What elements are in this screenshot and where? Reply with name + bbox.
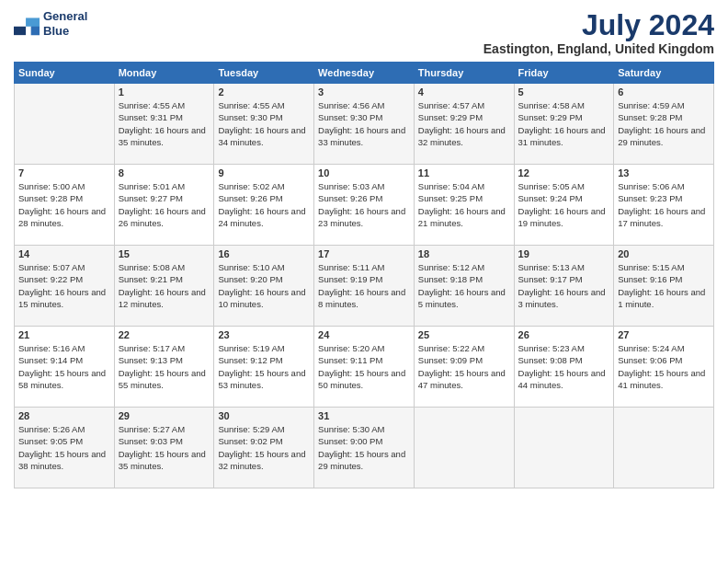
- logo: General Blue: [14, 9, 87, 38]
- day-number: 8: [119, 167, 210, 178]
- day-number: 10: [318, 167, 410, 178]
- day-info: Sunrise: 5:22 AMSunset: 9:09 PMDaylight:…: [418, 342, 510, 391]
- title-block: July 2024 Eastington, England, United Ki…: [483, 9, 714, 56]
- calendar-cell: 2Sunrise: 4:55 AMSunset: 9:30 PMDaylight…: [214, 84, 314, 165]
- day-number: 13: [618, 167, 710, 178]
- day-header-sunday: Sunday: [15, 63, 115, 84]
- day-info: Sunrise: 5:15 AMSunset: 9:16 PMDaylight:…: [618, 261, 710, 310]
- day-number: 3: [318, 86, 410, 98]
- day-number: 4: [418, 86, 510, 98]
- day-info: Sunrise: 5:29 AMSunset: 9:02 PMDaylight:…: [218, 423, 310, 472]
- day-header-monday: Monday: [114, 63, 214, 84]
- day-info: Sunrise: 5:23 AMSunset: 9:08 PMDaylight:…: [518, 342, 610, 391]
- week-row-3: 21Sunrise: 5:16 AMSunset: 9:14 PMDayligh…: [15, 327, 714, 408]
- day-number: 1: [119, 86, 210, 98]
- calendar-cell: 31Sunrise: 5:30 AMSunset: 9:00 PMDayligh…: [314, 408, 415, 488]
- calendar-cell: 1Sunrise: 4:55 AMSunset: 9:31 PMDaylight…: [114, 84, 214, 165]
- logo-icon: [14, 11, 40, 37]
- day-number: 21: [18, 329, 110, 340]
- day-header-tuesday: Tuesday: [214, 63, 314, 84]
- day-info: Sunrise: 5:05 AMSunset: 9:24 PMDaylight:…: [518, 180, 610, 229]
- day-number: 2: [218, 86, 310, 98]
- calendar-cell: 19Sunrise: 5:13 AMSunset: 9:17 PMDayligh…: [514, 246, 614, 327]
- week-row-1: 7Sunrise: 5:00 AMSunset: 9:28 PMDaylight…: [15, 165, 714, 246]
- day-info: Sunrise: 4:59 AMSunset: 9:28 PMDaylight:…: [618, 99, 710, 148]
- calendar-cell: 4Sunrise: 4:57 AMSunset: 9:29 PMDaylight…: [414, 84, 514, 165]
- day-info: Sunrise: 5:10 AMSunset: 9:20 PMDaylight:…: [218, 261, 310, 310]
- page: General Blue July 2024 Eastington, Engla…: [0, 0, 728, 563]
- calendar-cell: [414, 408, 514, 488]
- day-number: 23: [218, 329, 310, 340]
- header-row: SundayMondayTuesdayWednesdayThursdayFrid…: [15, 63, 714, 84]
- header: General Blue July 2024 Eastington, Engla…: [14, 9, 714, 56]
- logo-text: General Blue: [43, 9, 87, 38]
- day-number: 15: [119, 248, 210, 259]
- day-info: Sunrise: 4:56 AMSunset: 9:30 PMDaylight:…: [318, 99, 410, 148]
- calendar-cell: 10Sunrise: 5:03 AMSunset: 9:26 PMDayligh…: [314, 165, 415, 246]
- day-number: 29: [119, 410, 210, 421]
- calendar-cell: 8Sunrise: 5:01 AMSunset: 9:27 PMDaylight…: [114, 165, 214, 246]
- day-info: Sunrise: 5:19 AMSunset: 9:12 PMDaylight:…: [218, 342, 310, 391]
- calendar-cell: 21Sunrise: 5:16 AMSunset: 9:14 PMDayligh…: [15, 327, 115, 408]
- calendar-cell: 3Sunrise: 4:56 AMSunset: 9:30 PMDaylight…: [314, 84, 415, 165]
- day-number: 17: [318, 248, 410, 259]
- calendar-cell: 14Sunrise: 5:07 AMSunset: 9:22 PMDayligh…: [15, 246, 115, 327]
- day-info: Sunrise: 5:02 AMSunset: 9:26 PMDaylight:…: [218, 180, 310, 229]
- calendar-cell: 27Sunrise: 5:24 AMSunset: 9:06 PMDayligh…: [614, 327, 714, 408]
- day-info: Sunrise: 5:20 AMSunset: 9:11 PMDaylight:…: [318, 342, 410, 391]
- day-info: Sunrise: 5:00 AMSunset: 9:28 PMDaylight:…: [18, 180, 110, 229]
- calendar-cell: [614, 408, 714, 488]
- day-info: Sunrise: 5:26 AMSunset: 9:05 PMDaylight:…: [18, 423, 110, 472]
- day-info: Sunrise: 5:11 AMSunset: 9:19 PMDaylight:…: [318, 261, 410, 310]
- calendar-cell: 17Sunrise: 5:11 AMSunset: 9:19 PMDayligh…: [314, 246, 415, 327]
- day-number: 14: [18, 248, 110, 259]
- day-number: 20: [618, 248, 710, 259]
- calendar-cell: [514, 408, 614, 488]
- day-number: 9: [218, 167, 310, 178]
- day-info: Sunrise: 5:06 AMSunset: 9:23 PMDaylight:…: [618, 180, 710, 229]
- calendar-cell: 23Sunrise: 5:19 AMSunset: 9:12 PMDayligh…: [214, 327, 314, 408]
- week-row-2: 14Sunrise: 5:07 AMSunset: 9:22 PMDayligh…: [15, 246, 714, 327]
- day-header-wednesday: Wednesday: [314, 63, 415, 84]
- calendar-cell: [15, 84, 115, 165]
- day-info: Sunrise: 4:58 AMSunset: 9:29 PMDaylight:…: [518, 99, 610, 148]
- day-info: Sunrise: 4:55 AMSunset: 9:31 PMDaylight:…: [119, 99, 210, 148]
- day-number: 19: [518, 248, 610, 259]
- calendar-cell: 5Sunrise: 4:58 AMSunset: 9:29 PMDaylight…: [514, 84, 614, 165]
- calendar-cell: 29Sunrise: 5:27 AMSunset: 9:03 PMDayligh…: [114, 408, 214, 488]
- day-info: Sunrise: 5:24 AMSunset: 9:06 PMDaylight:…: [618, 342, 710, 391]
- day-header-friday: Friday: [514, 63, 614, 84]
- calendar-header: SundayMondayTuesdayWednesdayThursdayFrid…: [15, 63, 714, 84]
- day-header-thursday: Thursday: [414, 63, 514, 84]
- calendar-cell: 30Sunrise: 5:29 AMSunset: 9:02 PMDayligh…: [214, 408, 314, 488]
- calendar-cell: 7Sunrise: 5:00 AMSunset: 9:28 PMDaylight…: [15, 165, 115, 246]
- calendar-cell: 25Sunrise: 5:22 AMSunset: 9:09 PMDayligh…: [414, 327, 514, 408]
- day-info: Sunrise: 5:07 AMSunset: 9:22 PMDaylight:…: [18, 261, 110, 310]
- day-header-saturday: Saturday: [614, 63, 714, 84]
- calendar-cell: 15Sunrise: 5:08 AMSunset: 9:21 PMDayligh…: [114, 246, 214, 327]
- day-info: Sunrise: 5:16 AMSunset: 9:14 PMDaylight:…: [18, 342, 110, 391]
- week-row-0: 1Sunrise: 4:55 AMSunset: 9:31 PMDaylight…: [15, 84, 714, 165]
- day-info: Sunrise: 5:30 AMSunset: 9:00 PMDaylight:…: [318, 423, 410, 472]
- calendar-cell: 20Sunrise: 5:15 AMSunset: 9:16 PMDayligh…: [614, 246, 714, 327]
- day-number: 28: [18, 410, 110, 421]
- week-row-4: 28Sunrise: 5:26 AMSunset: 9:05 PMDayligh…: [15, 408, 714, 488]
- day-info: Sunrise: 5:27 AMSunset: 9:03 PMDaylight:…: [119, 423, 210, 472]
- day-number: 12: [518, 167, 610, 178]
- svg-marker-1: [14, 26, 26, 34]
- calendar-cell: 26Sunrise: 5:23 AMSunset: 9:08 PMDayligh…: [514, 327, 614, 408]
- calendar-cell: 6Sunrise: 4:59 AMSunset: 9:28 PMDaylight…: [614, 84, 714, 165]
- calendar-cell: 22Sunrise: 5:17 AMSunset: 9:13 PMDayligh…: [114, 327, 214, 408]
- day-number: 11: [418, 167, 510, 178]
- day-number: 16: [218, 248, 310, 259]
- day-info: Sunrise: 5:13 AMSunset: 9:17 PMDaylight:…: [518, 261, 610, 310]
- day-info: Sunrise: 5:04 AMSunset: 9:25 PMDaylight:…: [418, 180, 510, 229]
- calendar-cell: 18Sunrise: 5:12 AMSunset: 9:18 PMDayligh…: [414, 246, 514, 327]
- day-number: 18: [418, 248, 510, 259]
- svg-marker-2: [26, 17, 40, 26]
- calendar-cell: 16Sunrise: 5:10 AMSunset: 9:20 PMDayligh…: [214, 246, 314, 327]
- day-info: Sunrise: 4:57 AMSunset: 9:29 PMDaylight:…: [418, 99, 510, 148]
- day-info: Sunrise: 4:55 AMSunset: 9:30 PMDaylight:…: [218, 99, 310, 148]
- month-title: July 2024: [483, 9, 714, 41]
- day-number: 31: [318, 410, 410, 421]
